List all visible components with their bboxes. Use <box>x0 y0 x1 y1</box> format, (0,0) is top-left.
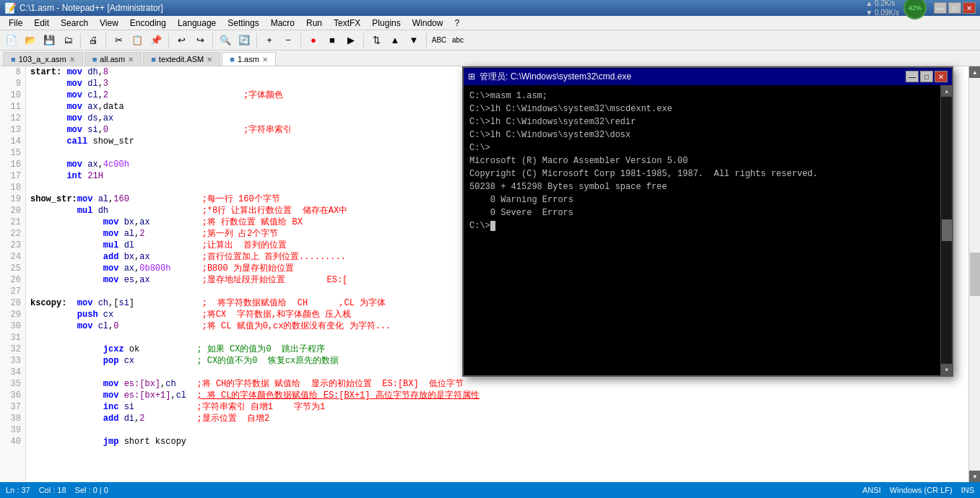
line-num-13: 13 <box>0 124 25 136</box>
menu-file[interactable]: File <box>3 17 28 30</box>
macro-stop-button[interactable]: ■ <box>324 32 341 48</box>
menu-language[interactable]: Language <box>172 17 222 30</box>
tab-103-icon: ■ <box>11 55 16 64</box>
scroll-down-arrow[interactable]: ▼ <box>969 471 980 482</box>
tab-all[interactable]: ■ all.asm ✕ <box>84 52 142 66</box>
tab-1asm[interactable]: ■ 1.asm ✕ <box>222 52 276 66</box>
menu-help[interactable]: ? <box>448 17 465 30</box>
menu-textfx[interactable]: TextFX <box>328 17 366 30</box>
menu-window[interactable]: Window <box>407 17 449 30</box>
tab-103[interactable]: ■ 103_a_x.asm ✕ <box>3 52 83 66</box>
print-button[interactable]: 🖨 <box>84 32 102 48</box>
line-num-27: 27 <box>0 286 25 297</box>
cmd-line-9: C:\> <box>469 141 935 154</box>
zoom-out-button[interactable]: − <box>279 32 297 48</box>
save-button[interactable]: 💾 <box>40 32 58 48</box>
line-num-20: 20 <box>0 205 25 217</box>
cmd-line-11: Copyright (C) Microsoft Corp 1981-1985, … <box>469 167 935 180</box>
menu-settings[interactable]: Settings <box>222 17 264 30</box>
system-tray: ▲ 0.2K/s ▼ 0.09K/s 42% <box>865 0 927 19</box>
line-num-34: 34 <box>0 367 25 378</box>
editor-scrollbar[interactable]: ▲ ▼ <box>968 66 980 482</box>
cmd-icon: ⊞ <box>468 71 475 82</box>
toolbar-sep-6 <box>300 33 301 48</box>
tab-textedit[interactable]: ■ textedit.ASM ✕ <box>143 52 220 66</box>
maximize-button[interactable]: □ <box>948 2 961 14</box>
line-num-17: 17 <box>0 170 25 182</box>
title-bar-left: 📝 C:\1.asm - Notepad++ [Administrator] <box>4 2 163 14</box>
cut-button[interactable]: ✂ <box>110 32 127 48</box>
down-button[interactable]: ▼ <box>405 32 422 48</box>
app-icon: 📝 <box>4 2 17 14</box>
tab-all-icon: ■ <box>92 55 97 64</box>
new-button[interactable]: 📄 <box>3 32 20 48</box>
cmd-window: ⊞ 管理员: C:\Windows\system32\cmd.exe — □ ✕… <box>462 66 953 377</box>
line-num-12: 12 <box>0 113 25 124</box>
sync-button[interactable]: ⇅ <box>368 32 385 48</box>
tab-103-close[interactable]: ✕ <box>69 56 75 64</box>
line-num-35: 35 <box>0 378 25 390</box>
menu-search[interactable]: Search <box>55 17 94 30</box>
replace-button[interactable]: 🔄 <box>235 32 253 48</box>
cmd-line-15: 0 Warning Errors <box>469 193 935 206</box>
open-button[interactable]: 📂 <box>22 32 39 48</box>
line-num-33: 33 <box>0 355 25 367</box>
menu-plugins[interactable]: Plugins <box>366 17 406 30</box>
save-all-button[interactable]: 🗂 <box>59 32 77 48</box>
menu-run[interactable]: Run <box>300 17 328 30</box>
cmd-scroll-thumb[interactable] <box>942 219 952 241</box>
find-button[interactable]: 🔍 <box>217 32 234 48</box>
scroll-up-arrow[interactable]: ▲ <box>969 66 980 78</box>
copy-button[interactable]: 📋 <box>129 32 146 48</box>
up-button[interactable]: ▲ <box>386 32 404 48</box>
cmd-scroll-up[interactable]: ▲ <box>941 85 952 97</box>
line-num-24: 24 <box>0 251 25 263</box>
tab-1asm-close[interactable]: ✕ <box>262 56 268 64</box>
undo-button[interactable]: ↩ <box>173 32 190 48</box>
cmd-close-button[interactable]: ✕ <box>935 71 948 82</box>
code-line-39 <box>26 424 980 436</box>
cmd-scroll-down[interactable]: ▼ <box>941 364 952 375</box>
cmd-line-5: C:\>lh C:\Windows\system32\redir <box>469 115 935 128</box>
menu-edit[interactable]: Edit <box>28 17 55 30</box>
abc-button[interactable]: ABC <box>430 32 448 48</box>
code-line-36: mov es:[bx+1],cl ; 将 CL的字体颜色数据赋值给 ES:[BX… <box>26 390 980 401</box>
line-num-28: 28 <box>0 297 25 309</box>
tab-bar: ■ 103_a_x.asm ✕ ■ all.asm ✕ ■ textedit.A… <box>0 51 980 66</box>
redo-button[interactable]: ↪ <box>191 32 209 48</box>
menu-encoding[interactable]: Encoding <box>124 17 172 30</box>
abc2-button[interactable]: abc <box>449 32 467 48</box>
line-num-8: 8 <box>0 66 25 78</box>
line-num-31: 31 <box>0 332 25 344</box>
macro-play-button[interactable]: ▶ <box>342 32 360 48</box>
scroll-thumb[interactable] <box>970 253 980 296</box>
cmd-scrollbar[interactable]: ▲ ▼ <box>940 85 952 375</box>
cmd-line-10: Microsoft (R) Macro Assembler Version 5.… <box>469 154 935 167</box>
menu-view[interactable]: View <box>94 17 124 30</box>
line-num-22: 22 <box>0 228 25 240</box>
close-button[interactable]: ✕ <box>963 2 976 14</box>
line-num-18: 18 <box>0 182 25 193</box>
cmd-maximize-button[interactable]: □ <box>920 71 933 82</box>
cmd-line-1: C:\>masm 1.asm; <box>469 89 935 102</box>
line-num-10: 10 <box>0 89 25 101</box>
cmd-title-left: ⊞ 管理员: C:\Windows\system32\cmd.exe <box>468 71 631 83</box>
macro-rec-button[interactable]: ● <box>305 32 322 48</box>
menu-macro[interactable]: Macro <box>265 17 300 30</box>
cmd-minimize-button[interactable]: — <box>906 71 919 82</box>
paste-button[interactable]: 📌 <box>147 32 165 48</box>
line-num-9: 9 <box>0 78 25 89</box>
tab-textedit-close[interactable]: ✕ <box>207 56 212 64</box>
line-num-32: 32 <box>0 344 25 355</box>
line-num-25: 25 <box>0 263 25 274</box>
line-numbers: 8 9 10 11 12 13 14 15 16 17 18 19 20 21 … <box>0 66 26 482</box>
minimize-button[interactable]: — <box>934 2 947 14</box>
zoom-in-button[interactable]: + <box>261 32 278 48</box>
cmd-line-7: C:\>lh C:\Windows\system32\dosx <box>469 128 935 141</box>
toolbar: 📄 📂 💾 🗂 🖨 ✂ 📋 📌 ↩ ↪ 🔍 🔄 + − ● ■ ▶ ⇅ ▲ ▼ … <box>0 30 980 51</box>
cpu-indicator: 42% <box>903 0 927 19</box>
tab-all-close[interactable]: ✕ <box>128 56 134 64</box>
line-num-30: 30 <box>0 320 25 332</box>
line-num-40: 40 <box>0 436 25 447</box>
line-num-23: 23 <box>0 240 25 251</box>
